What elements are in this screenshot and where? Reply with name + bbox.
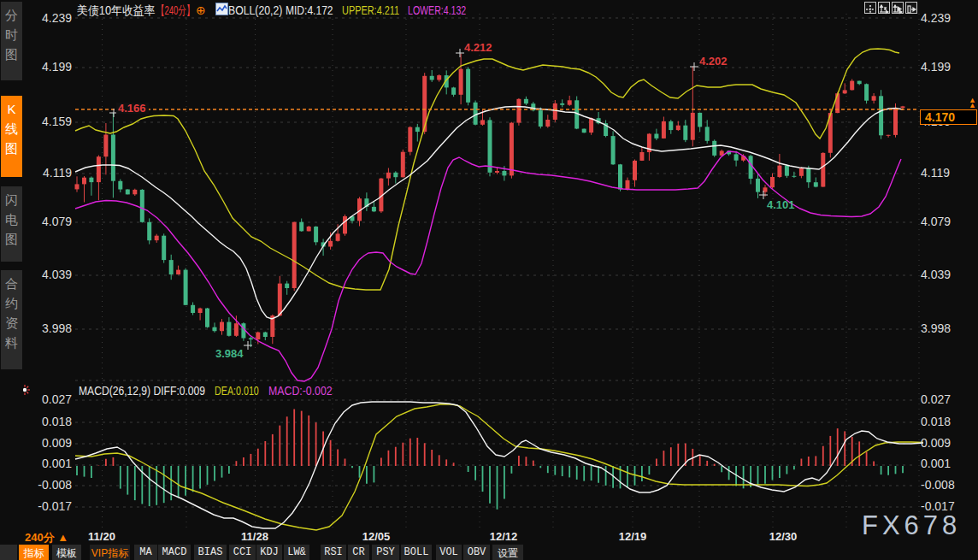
svg-text:4.166: 4.166 <box>118 102 146 115</box>
svg-text:4.212: 4.212 <box>464 41 492 54</box>
svg-text:4.101: 4.101 <box>767 198 795 211</box>
svg-text:4.202: 4.202 <box>699 55 728 68</box>
svg-text:3.984: 3.984 <box>215 347 244 360</box>
